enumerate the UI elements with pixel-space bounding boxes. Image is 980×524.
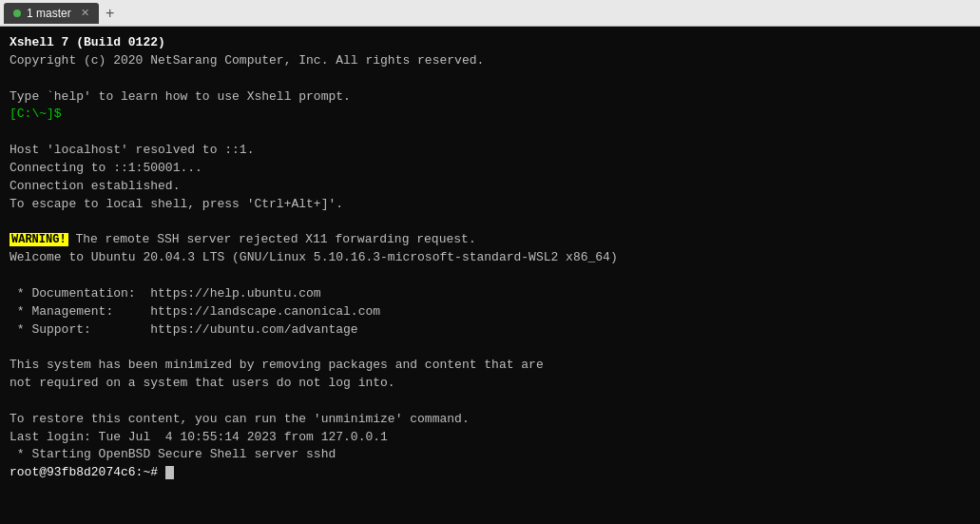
tab-close-button[interactable]: ✕ — [81, 7, 89, 19]
terminal-line-9: Connection established. — [10, 178, 970, 196]
terminal-line-14 — [10, 267, 970, 285]
terminal-line-24: * Starting OpenBSD Secure Shell server s… — [10, 446, 970, 464]
terminal-line-10: To escape to local shell, press 'Ctrl+Al… — [10, 196, 970, 214]
terminal-line-12: WARNING! The remote SSH server rejected … — [10, 231, 970, 249]
terminal-line-6 — [10, 124, 970, 142]
terminal-line-23: Last login: Tue Jul 4 10:55:14 2023 from… — [10, 429, 970, 447]
terminal-line-4: Type `help' to learn how to use Xshell p… — [10, 88, 970, 107]
terminal-line-2: Copyright (c) 2020 NetSarang Computer, I… — [10, 52, 970, 70]
cursor — [165, 466, 174, 479]
title-bar: 1 master ✕ + — [0, 0, 980, 27]
terminal-line-15: * Documentation: https://help.ubuntu.com — [10, 285, 970, 303]
terminal-line-11 — [10, 213, 970, 231]
terminal-line-17: * Support: https://ubuntu.com/advantage — [10, 321, 970, 340]
terminal-line-13: Welcome to Ubuntu 20.04.3 LTS (GNU/Linux… — [10, 249, 970, 267]
warning-rest: The remote SSH server rejected X11 forwa… — [68, 232, 476, 246]
warning-badge: WARNING! — [10, 233, 68, 246]
new-tab-button[interactable]: + — [101, 4, 120, 23]
terminal-line-16: * Management: https://landscape.canonica… — [10, 303, 970, 321]
terminal-line-1: Xshell 7 (Build 0122) — [10, 34, 970, 52]
terminal-line-20: not required on a system that users do n… — [10, 375, 970, 393]
tab-label: 1 master — [27, 7, 71, 20]
tab-status-dot — [13, 10, 21, 17]
shell-prompt: root@93fb8d2074c6:~# — [10, 465, 158, 479]
terminal-line-18 — [10, 339, 970, 357]
active-tab[interactable]: 1 master ✕ — [4, 3, 99, 24]
terminal-line-19: This system has been minimized by removi… — [10, 357, 970, 375]
terminal-line-7: Host 'localhost' resolved to ::1. — [10, 142, 970, 160]
terminal-line-25: root@93fb8d2074c6:~# — [10, 464, 970, 482]
terminal-line-5: [C:\~]$ — [10, 106, 970, 124]
terminal-line-8: Connecting to ::1:50001... — [10, 160, 970, 178]
terminal-output[interactable]: Xshell 7 (Build 0122) Copyright (c) 2020… — [0, 27, 980, 524]
terminal-line-3 — [10, 70, 970, 88]
terminal-line-21 — [10, 393, 970, 411]
terminal-line-22: To restore this content, you can run the… — [10, 411, 970, 429]
